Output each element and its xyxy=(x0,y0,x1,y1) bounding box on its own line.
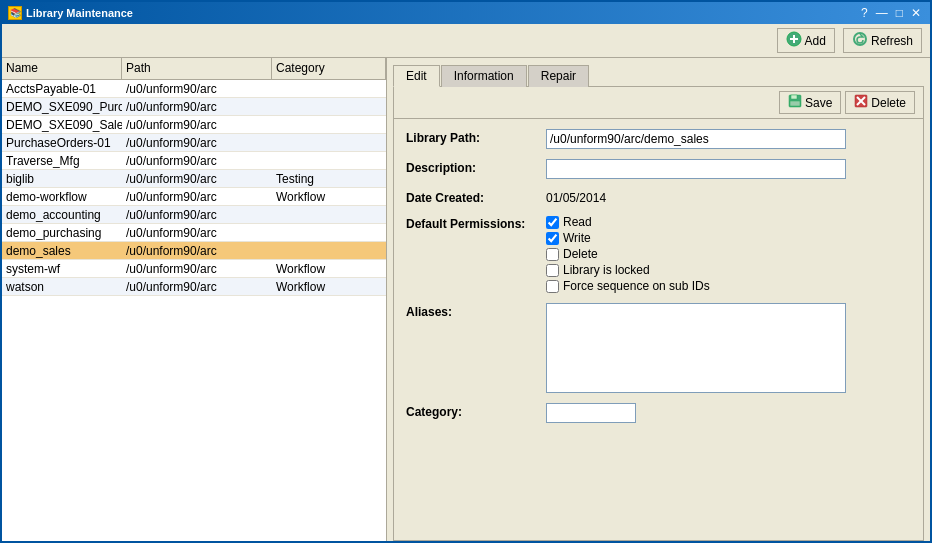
table-row[interactable]: AcctsPayable-01 /u0/unform90/arc xyxy=(2,80,386,98)
table-row[interactable]: demo_purchasing /u0/unform90/arc xyxy=(2,224,386,242)
table-row[interactable]: Traverse_Mfg /u0/unform90/arc xyxy=(2,152,386,170)
minimize-button[interactable]: — xyxy=(873,6,891,20)
delete-icon xyxy=(854,94,868,111)
date-created-label: Date Created: xyxy=(406,189,546,205)
cell-path: /u0/unform90/arc xyxy=(122,243,272,259)
aliases-row: Aliases: xyxy=(406,303,911,393)
cell-name: AcctsPayable-01 xyxy=(2,81,122,97)
right-panel: EditInformationRepair Save xyxy=(387,58,930,541)
table-row[interactable]: DEMO_SXE090_Sales /u0/unform90/arc xyxy=(2,116,386,134)
svg-rect-5 xyxy=(791,95,797,99)
library-locked-label: Library is locked xyxy=(563,263,650,277)
read-checkbox[interactable] xyxy=(546,216,559,229)
cell-name: demo_accounting xyxy=(2,207,122,223)
table-row[interactable]: demo-workflow /u0/unform90/arc Workflow xyxy=(2,188,386,206)
title-bar-left: 📚 Library Maintenance xyxy=(8,6,133,20)
tab-edit[interactable]: Edit xyxy=(393,65,440,87)
close-button[interactable]: ✕ xyxy=(908,6,924,20)
add-button[interactable]: Add xyxy=(777,28,835,53)
description-label: Description: xyxy=(406,159,546,175)
delete-perm-label: Delete xyxy=(563,247,598,261)
cell-path: /u0/unform90/arc xyxy=(122,99,272,115)
cell-name: demo_sales xyxy=(2,243,122,259)
permissions-group: Read Write Delete xyxy=(546,215,710,293)
cell-path: /u0/unform90/arc xyxy=(122,117,272,133)
tab-content: Save Delete xyxy=(393,86,924,541)
cell-name: DEMO_SXE090_Purchasi xyxy=(2,99,122,115)
aliases-textarea[interactable] xyxy=(546,303,846,393)
cell-path: /u0/unform90/arc xyxy=(122,81,272,97)
cell-name: watson xyxy=(2,279,122,295)
save-label: Save xyxy=(805,96,832,110)
category-row: Category: xyxy=(406,403,911,423)
cell-name: biglib xyxy=(2,171,122,187)
force-sequence-permission[interactable]: Force sequence on sub IDs xyxy=(546,279,710,293)
library-locked-checkbox[interactable] xyxy=(546,264,559,277)
cell-category: Workflow xyxy=(272,189,386,205)
write-permission[interactable]: Write xyxy=(546,231,710,245)
tab-information[interactable]: Information xyxy=(441,65,527,87)
library-path-row: Library Path: xyxy=(406,129,911,149)
svg-rect-6 xyxy=(790,101,800,106)
date-created-row: Date Created: 01/05/2014 xyxy=(406,189,911,205)
left-panel: Name Path Category AcctsPayable-01 /u0/u… xyxy=(2,58,387,541)
cell-category: Workflow xyxy=(272,279,386,295)
cell-path: /u0/unform90/arc xyxy=(122,135,272,151)
table-row[interactable]: demo_accounting /u0/unform90/arc xyxy=(2,206,386,224)
library-path-input[interactable] xyxy=(546,129,846,149)
cell-name: PurchaseOrders-01 xyxy=(2,135,122,151)
table-row[interactable]: biglib /u0/unform90/arc Testing xyxy=(2,170,386,188)
date-created-value: 01/05/2014 xyxy=(546,189,606,205)
cell-name: demo-workflow xyxy=(2,189,122,205)
col-header-category: Category xyxy=(272,58,386,79)
cell-path: /u0/unform90/arc xyxy=(122,171,272,187)
cell-category: Workflow xyxy=(272,261,386,277)
main-window: 📚 Library Maintenance ? — □ ✕ Add xyxy=(0,0,932,543)
refresh-button[interactable]: Refresh xyxy=(843,28,922,53)
table-body: AcctsPayable-01 /u0/unform90/arc DEMO_SX… xyxy=(2,80,386,541)
category-label: Category: xyxy=(406,403,546,419)
delete-button[interactable]: Delete xyxy=(845,91,915,114)
table-row[interactable]: DEMO_SXE090_Purchasi /u0/unform90/arc xyxy=(2,98,386,116)
aliases-label: Aliases: xyxy=(406,303,546,319)
description-row: Description: xyxy=(406,159,911,179)
table-row[interactable]: system-wf /u0/unform90/arc Workflow xyxy=(2,260,386,278)
table-header: Name Path Category xyxy=(2,58,386,80)
cell-name: system-wf xyxy=(2,261,122,277)
window-title: Library Maintenance xyxy=(26,7,133,19)
cell-path: /u0/unform90/arc xyxy=(122,279,272,295)
cell-category xyxy=(272,232,386,234)
maximize-button[interactable]: □ xyxy=(893,6,906,20)
cell-category xyxy=(272,124,386,126)
table-row[interactable]: watson /u0/unform90/arc Workflow xyxy=(2,278,386,296)
col-header-name: Name xyxy=(2,58,122,79)
table-row[interactable]: PurchaseOrders-01 /u0/unform90/arc xyxy=(2,134,386,152)
help-button[interactable]: ? xyxy=(858,6,871,20)
cell-category xyxy=(272,250,386,252)
cell-category: Testing xyxy=(272,171,386,187)
cell-path: /u0/unform90/arc xyxy=(122,207,272,223)
cell-name: Traverse_Mfg xyxy=(2,153,122,169)
delete-checkbox[interactable] xyxy=(546,248,559,261)
save-button[interactable]: Save xyxy=(779,91,841,114)
description-input[interactable] xyxy=(546,159,846,179)
cell-name: DEMO_SXE090_Sales xyxy=(2,117,122,133)
cell-path: /u0/unform90/arc xyxy=(122,189,272,205)
write-checkbox[interactable] xyxy=(546,232,559,245)
table-row[interactable]: demo_sales /u0/unform90/arc xyxy=(2,242,386,260)
cell-category xyxy=(272,214,386,216)
save-icon xyxy=(788,94,802,111)
library-locked-permission[interactable]: Library is locked xyxy=(546,263,710,277)
refresh-label: Refresh xyxy=(871,34,913,48)
read-permission[interactable]: Read xyxy=(546,215,710,229)
delete-permission[interactable]: Delete xyxy=(546,247,710,261)
cell-category xyxy=(272,160,386,162)
force-sequence-checkbox[interactable] xyxy=(546,280,559,293)
title-bar: 📚 Library Maintenance ? — □ ✕ xyxy=(2,2,930,24)
tab-repair[interactable]: Repair xyxy=(528,65,589,87)
category-input[interactable] xyxy=(546,403,636,423)
title-controls: ? — □ ✕ xyxy=(858,6,924,20)
cell-path: /u0/unform90/arc xyxy=(122,225,272,241)
cell-category xyxy=(272,142,386,144)
add-icon xyxy=(786,31,802,50)
